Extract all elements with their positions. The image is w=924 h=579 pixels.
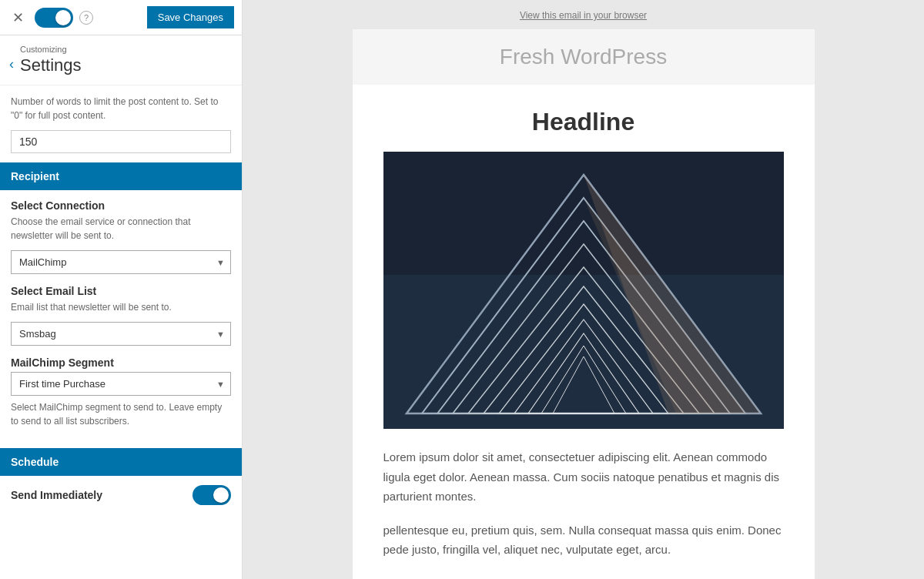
browser-link-bar: View this email in your browser (353, 0, 815, 29)
panel-content: Number of words to limit the post conten… (0, 85, 242, 514)
left-panel: ✕ ? Save Changes ‹ Customizing Settings … (0, 0, 243, 579)
word-limit-section: Number of words to limit the post conten… (0, 85, 242, 162)
send-immediately-toggle[interactable] (192, 485, 231, 505)
email-header: Fresh WordPress (353, 29, 815, 85)
save-button[interactable]: Save Changes (147, 6, 234, 28)
email-paragraph-2: pellentesque eu, pretium quis, sem. Null… (383, 520, 784, 560)
schedule-body: Send Immediately (0, 476, 242, 514)
email-list-select[interactable]: Smsbag General (11, 322, 231, 346)
connection-label: Select Connection (11, 199, 231, 212)
email-list-description: Email list that newsletter will be sent … (11, 300, 231, 314)
email-paragraph-1: Lorem ipsum dolor sit amet, consectetuer… (383, 447, 784, 507)
close-button[interactable]: ✕ (8, 8, 28, 28)
email-preview: View this email in your browser Fresh Wo… (353, 0, 815, 579)
email-list-field-group: Select Email List Email list that newsle… (11, 285, 231, 346)
word-limit-input[interactable] (11, 130, 231, 153)
top-bar: ✕ ? Save Changes (0, 0, 242, 35)
toggle-thumb (55, 10, 71, 25)
main-toggle[interactable] (35, 8, 73, 28)
back-button[interactable]: ‹ (9, 56, 14, 72)
connection-description: Choose the email service or connection t… (11, 215, 231, 243)
segment-label: MailChimp Segment (11, 356, 231, 369)
connection-select-wrapper: MailChimp SendGrid Mailgun ▼ (11, 250, 231, 274)
browser-link[interactable]: View this email in your browser (520, 10, 647, 21)
right-panel: View this email in your browser Fresh Wo… (243, 0, 924, 579)
customizing-label: Customizing (20, 45, 82, 54)
segment-select[interactable]: First time Purchase All Subscribers VIP (11, 372, 231, 396)
site-name: Fresh WordPress (368, 45, 799, 69)
settings-title: Settings (20, 55, 82, 83)
segment-field-group: MailChimp Segment First time Purchase Al… (11, 356, 231, 428)
help-icon[interactable]: ? (79, 11, 93, 25)
schedule-header: Schedule (0, 448, 242, 476)
segment-description: Select MailChimp segment to send to. Lea… (11, 400, 231, 428)
back-nav: ‹ Customizing Settings (0, 35, 242, 85)
send-immediately-row: Send Immediately (11, 485, 231, 505)
nav-label-group: Customizing Settings (20, 45, 82, 83)
word-limit-description: Number of words to limit the post conten… (11, 95, 231, 122)
email-body: Headline (353, 85, 815, 579)
email-list-select-wrapper: Smsbag General ▼ (11, 322, 231, 346)
email-list-label: Select Email List (11, 285, 231, 297)
segment-select-wrapper: First time Purchase All Subscribers VIP … (11, 372, 231, 396)
recipient-body: Select Connection Choose the email servi… (0, 190, 242, 448)
email-hero-image (383, 152, 784, 429)
connection-select[interactable]: MailChimp SendGrid Mailgun (11, 250, 231, 274)
connection-field-group: Select Connection Choose the email servi… (11, 199, 231, 274)
email-headline: Headline (383, 108, 784, 136)
send-immediately-label: Send Immediately (11, 489, 102, 501)
recipient-header: Recipient (0, 162, 242, 190)
